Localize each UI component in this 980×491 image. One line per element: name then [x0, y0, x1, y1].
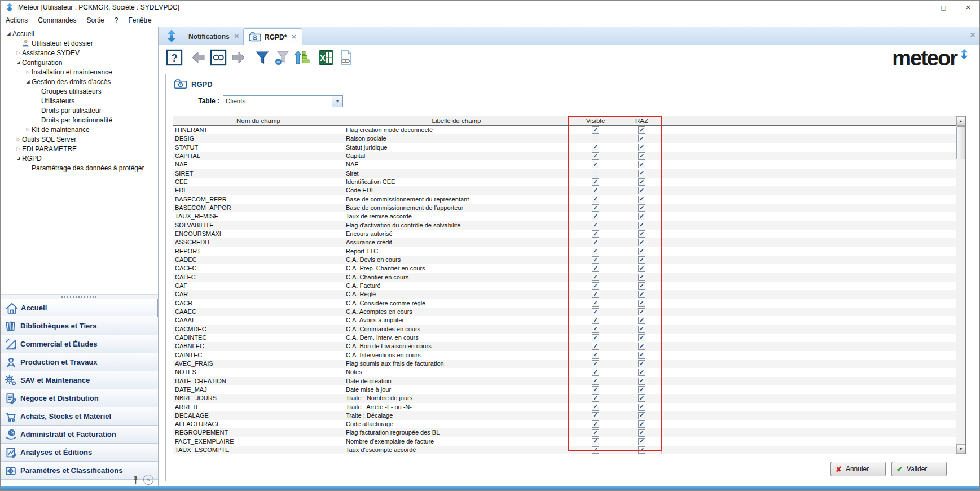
visible-checkbox[interactable] [592, 394, 599, 402]
tree-item-utilisateurs[interactable]: Utilisateurs [1, 96, 158, 106]
back-icon[interactable] [190, 49, 208, 67]
table-row[interactable]: CAAAIC.A. Avoirs à imputer [173, 316, 956, 325]
raz-checkbox[interactable] [638, 326, 645, 333]
tree-item-assistance-sydev[interactable]: ▷Assistance SYDEV [1, 48, 158, 58]
tree-expander-icon[interactable]: ◢ [5, 31, 12, 36]
raz-checkbox[interactable] [638, 291, 645, 298]
table-row[interactable]: AVEC_FRAISFlag soumis aux frais de factu… [173, 360, 956, 368]
scrollbar-thumb[interactable] [956, 126, 965, 159]
nav-module-accueil[interactable]: Accueil [1, 299, 158, 317]
visible-checkbox[interactable] [592, 317, 599, 324]
tree-item-edi-parametre[interactable]: ▷EDI PARAMETRE [1, 144, 158, 154]
table-row[interactable]: CAFC.A. Facturé [173, 282, 956, 290]
raz-checkbox[interactable] [638, 317, 645, 324]
visible-checkbox[interactable] [592, 369, 599, 376]
visible-checkbox[interactable] [592, 170, 599, 177]
tree-item-droits-par-fonctionnalit[interactable]: Droits par fonctionnalité [1, 115, 158, 125]
visible-checkbox[interactable] [592, 274, 599, 281]
menu-item-[interactable]: ? [109, 15, 124, 26]
table-row[interactable]: AFFACTURAGECode affacturage [173, 420, 956, 428]
tree-item-droits-par-utilisateur[interactable]: Droits par utilisateur [1, 106, 158, 115]
tree-item-groupes-utilisateurs[interactable]: Groupes utilisateurs [1, 86, 158, 96]
table-row[interactable]: ENCOURSMAXIEncours autorisé [173, 230, 956, 238]
tree-item-rgpd[interactable]: ◢RGPD [1, 154, 158, 163]
collapse-panel-icon[interactable]: « [143, 475, 153, 485]
nav-module-administratif-et-facturation[interactable]: Administratif et Facturation [1, 426, 158, 444]
table-row[interactable]: REGROUPEMENTFlag facturation regroupée d… [173, 428, 956, 437]
table-row[interactable]: FACT_EXEMPLAIRENombre d'exemplaire de fa… [173, 437, 956, 446]
tree-item-installation-et-maintenance[interactable]: ▷Installation et maintenance [1, 67, 158, 77]
raz-checkbox[interactable] [638, 343, 645, 350]
menu-item-fen-tre[interactable]: Fenêtre [123, 15, 156, 26]
table-row[interactable]: CALECC.A. Chantier en cours [173, 273, 956, 282]
raz-checkbox[interactable] [638, 446, 645, 454]
table-dropdown[interactable]: Clients ▾ [223, 95, 343, 107]
raz-checkbox[interactable] [638, 404, 645, 411]
nav-module-achats-stocks-et-mat-riel[interactable]: Achats, Stocks et Matériel [1, 407, 158, 426]
visible-checkbox[interactable] [592, 248, 599, 255]
raz-checkbox[interactable] [638, 230, 645, 238]
raz-checkbox[interactable] [638, 248, 645, 255]
raz-checkbox[interactable] [638, 161, 645, 168]
forward-icon[interactable] [229, 49, 247, 67]
raz-checkbox[interactable] [638, 196, 645, 203]
close-icon[interactable]: ✕ [291, 33, 296, 41]
raz-checkbox[interactable] [638, 420, 645, 428]
raz-checkbox[interactable] [638, 352, 645, 359]
raz-checkbox[interactable] [638, 256, 645, 264]
visible-checkbox[interactable] [592, 152, 599, 160]
menu-item-sortie[interactable]: Sortie [81, 15, 109, 26]
visible-checkbox[interactable] [592, 282, 599, 290]
scroll-up-icon[interactable]: ▲ [956, 116, 965, 126]
tree-expander-icon[interactable]: ◢ [15, 156, 22, 161]
visible-checkbox[interactable] [592, 404, 599, 411]
table-row[interactable]: CADECC.A. Devis en cours [173, 256, 956, 264]
raz-checkbox[interactable] [638, 144, 645, 151]
raz-checkbox[interactable] [638, 300, 645, 307]
raz-checkbox[interactable] [638, 213, 645, 220]
tree-item-param-trage-des-donn-es-prot-ger[interactable]: Paramétrage des données à protéger [1, 163, 158, 173]
table-row[interactable]: STATUTStatut juridique [173, 143, 956, 152]
raz-checkbox[interactable] [638, 135, 645, 142]
visible-checkbox[interactable] [592, 135, 599, 142]
sort-icon[interactable] [293, 49, 311, 67]
filter-icon[interactable] [253, 49, 271, 67]
visible-checkbox[interactable] [592, 161, 599, 168]
minimize-icon[interactable]: — [906, 1, 931, 14]
menu-item-commandes[interactable]: Commandes [33, 15, 81, 26]
table-row[interactable]: DECALAGETraite : Décalage [173, 411, 956, 420]
search-icon[interactable] [209, 49, 227, 67]
table-row[interactable]: BASECOM_APPORBase de commissionnement de… [173, 204, 956, 212]
table-row[interactable]: NAFNAF [173, 160, 956, 169]
visible-checkbox[interactable] [592, 352, 599, 359]
excel-export-icon[interactable]: X [317, 49, 335, 67]
raz-checkbox[interactable] [638, 369, 645, 376]
tree-item-utilisateur-et-dossier[interactable]: Utilisateur et dossier [1, 38, 158, 48]
raz-checkbox[interactable] [638, 152, 645, 160]
scroll-down-icon[interactable]: ▼ [956, 444, 965, 454]
tree-item-gestion-des-droits-d-acc-s[interactable]: ◢Gestion des droits d'accès [1, 77, 158, 86]
visible-checkbox[interactable] [592, 230, 599, 238]
validate-button[interactable]: ✔ Valider [891, 462, 947, 476]
vertical-scrollbar[interactable]: ▲ ▼ [956, 116, 965, 454]
visible-checkbox[interactable] [592, 412, 599, 419]
tree-expander-icon[interactable]: ▷ [15, 146, 22, 151]
table-row[interactable]: CACMDECC.A. Commandes en cours [173, 325, 956, 334]
visible-checkbox[interactable] [592, 438, 599, 445]
close-icon[interactable]: ✕ [956, 1, 980, 14]
table-row[interactable]: CADINTECC.A. Dem. Interv. en cours [173, 334, 956, 342]
raz-checkbox[interactable] [638, 126, 645, 134]
tree-expander-icon[interactable]: ▷ [24, 127, 32, 132]
raz-checkbox[interactable] [638, 412, 645, 419]
raz-checkbox[interactable] [638, 334, 645, 341]
column-header-libelle-du-champ[interactable]: Libellé du champ [344, 116, 569, 125]
raz-checkbox[interactable] [638, 204, 645, 212]
visible-checkbox[interactable] [592, 187, 599, 194]
menu-item-actions[interactable]: Actions [1, 15, 33, 26]
tree-expander-icon[interactable]: ▷ [15, 50, 22, 55]
tree-item-kit-de-maintenance[interactable]: ▷Kit de maintenance [1, 125, 158, 134]
nav-module-commercial-et-tudes[interactable]: Commercial et Études [1, 335, 158, 353]
visible-checkbox[interactable] [592, 144, 599, 151]
raz-checkbox[interactable] [638, 429, 645, 437]
raz-checkbox[interactable] [638, 178, 645, 186]
